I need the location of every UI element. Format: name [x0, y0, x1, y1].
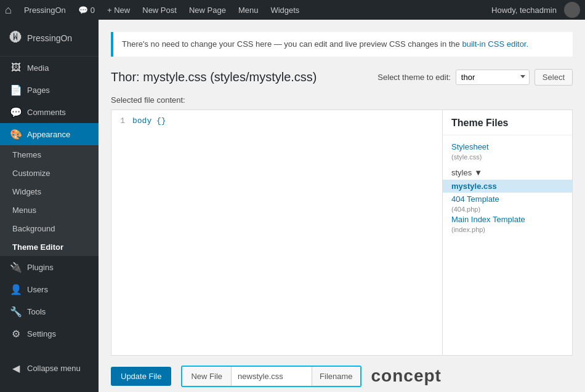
sidebar-item-settings[interactable]: ⚙ Settings [0, 322, 99, 345]
settings-icon: ⚙ [10, 328, 22, 340]
theme-file-group-styles: styles ▼ mystyle.css [443, 166, 572, 193]
admin-bar-comments[interactable]: 💬 0 [73, 0, 100, 20]
main-content: There's no need to change your CSS here … [99, 20, 585, 392]
select-button[interactable]: Select [535, 69, 573, 86]
sidebar-item-appearance[interactable]: 🎨 Appearance [0, 123, 99, 145]
new-file-input[interactable] [232, 367, 312, 386]
theme-select-area: Select theme to edit: thor Select [377, 69, 573, 86]
pages-icon: 📄 [10, 84, 22, 96]
theme-files-panel: Theme Files Stylesheet (style.css) style… [443, 110, 572, 355]
theme-file-stylesheet-sub: (style.css) [443, 153, 572, 161]
users-icon: 👤 [10, 284, 22, 295]
sidebar-label-customize: Customize [12, 169, 50, 178]
sidebar-item-collapse[interactable]: ◀ Collapse menu [0, 357, 99, 379]
admin-bar-new[interactable]: + New [102, 0, 135, 20]
sidebar-label-users: Users [27, 285, 48, 294]
sidebar-logo[interactable]: 🅦 PressingOn [0, 20, 99, 57]
theme-file-mystyle-css[interactable]: mystyle.css [443, 180, 572, 193]
sidebar-item-users[interactable]: 👤 Users [0, 278, 99, 300]
notice-text: There's no need to change your CSS here … [122, 39, 462, 49]
appearance-icon: 🎨 [10, 129, 22, 140]
page-header: Thor: mystyle.css (styles/mystyle.css) S… [111, 69, 573, 86]
styles-group-arrow: ▼ [474, 168, 482, 177]
footer-bar: Update File New File Filename concept [111, 366, 573, 387]
sidebar-item-tools[interactable]: 🔧 Tools [0, 300, 99, 322]
sidebar-label-collapse: Collapse menu [27, 364, 81, 373]
theme-select-dropdown[interactable]: thor [456, 70, 530, 85]
sidebar-label-plugins: Plugins [27, 263, 54, 272]
notice-bar: There's no need to change your CSS here … [111, 32, 573, 57]
admin-bar-widgets[interactable]: Widgets [265, 0, 304, 20]
sidebar-label-menus: Menus [12, 206, 36, 215]
collapse-icon: ◀ [10, 362, 22, 374]
sidebar-label-settings: Settings [27, 329, 56, 338]
new-file-box: New File Filename [181, 366, 361, 387]
sidebar-label-comments: Comments [27, 108, 66, 117]
sidebar-label-background: Background [12, 224, 55, 233]
sidebar-item-themes[interactable]: Themes [0, 145, 99, 164]
tools-icon: 🔧 [10, 306, 22, 318]
comments-count: 0 [91, 6, 95, 15]
admin-bar-menu-label: Menu [238, 6, 259, 15]
sidebar-label-widgets: Widgets [12, 187, 41, 196]
plugins-icon: 🔌 [10, 262, 22, 273]
css-editor-link[interactable]: built-in CSS editor. [462, 39, 528, 49]
admin-bar-new-page[interactable]: New Page [184, 0, 231, 20]
sidebar-site-name: PressingOn [27, 33, 72, 43]
theme-files-title: Theme Files [443, 118, 572, 135]
theme-file-main-index-sub: (index.php) [443, 226, 572, 233]
sidebar-label-appearance: Appearance [27, 130, 70, 139]
admin-avatar[interactable] [564, 2, 580, 18]
admin-bar-new-post-label: New Post [142, 6, 177, 15]
theme-select-label: Select theme to edit: [377, 73, 451, 82]
theme-file-main-index[interactable]: Main Index Template [443, 213, 572, 226]
admin-bar-site-name: PressingOn [24, 6, 66, 15]
code-editor[interactable]: 1 body {} [111, 110, 443, 355]
admin-bar-menu[interactable]: Menu [233, 0, 264, 20]
sidebar-label-themes: Themes [12, 150, 41, 159]
concept-label: concept [371, 366, 442, 386]
comments-icon: 💬 [78, 6, 88, 15]
admin-bar-site[interactable]: PressingOn [19, 0, 71, 20]
update-file-button[interactable]: Update File [111, 367, 171, 386]
sidebar-label-media: Media [27, 63, 49, 73]
sidebar-item-background[interactable]: Background [0, 219, 99, 238]
theme-file-404-sub: (404.php) [443, 206, 572, 213]
media-icon: 🖼 [10, 62, 22, 73]
sidebar-item-pages[interactable]: 📄 Pages [0, 79, 99, 101]
styles-group-header: styles ▼ [443, 166, 572, 180]
admin-bar-new-page-label: New Page [189, 6, 226, 15]
filename-label: Filename [312, 367, 360, 386]
sidebar-item-media[interactable]: 🖼 Media [0, 57, 99, 79]
admin-bar: ⌂ PressingOn 💬 0 + New New Post New Page… [0, 0, 585, 20]
code-content[interactable]: body {} [132, 116, 166, 349]
sidebar-item-customize[interactable]: Customize [0, 164, 99, 182]
editor-layout: 1 body {} Theme Files Stylesheet (style.… [111, 110, 573, 356]
sidebar-item-menus[interactable]: Menus [0, 201, 99, 219]
styles-group-label: styles [451, 168, 472, 177]
sidebar-label-pages: Pages [27, 86, 50, 95]
theme-file-404-template[interactable]: 404 Template [443, 193, 572, 206]
sidebar-label-tools: Tools [27, 307, 46, 316]
admin-bar-new-label: + New [107, 6, 130, 15]
admin-bar-new-post[interactable]: New Post [137, 0, 182, 20]
line-numbers: 1 [118, 116, 132, 349]
comments-sidebar-icon: 💬 [10, 106, 22, 118]
admin-bar-widgets-label: Widgets [270, 6, 299, 15]
file-content-label: Selected file content: [111, 95, 573, 105]
page-title: Thor: mystyle.css (styles/mystyle.css) [111, 70, 317, 84]
sidebar-item-comments[interactable]: 💬 Comments [0, 101, 99, 123]
wp-logo-icon[interactable]: ⌂ [5, 4, 12, 17]
sidebar-item-plugins[interactable]: 🔌 Plugins [0, 256, 99, 278]
theme-file-stylesheet[interactable]: Stylesheet [443, 140, 572, 153]
sidebar: 🅦 PressingOn 🖼 Media 📄 Pages 💬 Comments … [0, 20, 99, 392]
line-number-1: 1 [120, 116, 125, 126]
sidebar-item-theme-editor[interactable]: Theme Editor [0, 238, 99, 256]
sidebar-item-widgets[interactable]: Widgets [0, 182, 99, 201]
wp-sidebar-icon: 🅦 [10, 31, 22, 45]
sidebar-label-theme-editor: Theme Editor [12, 242, 63, 252]
new-file-button[interactable]: New File [182, 367, 232, 386]
admin-bar-howdy: Howdy, techadmin [491, 6, 557, 15]
